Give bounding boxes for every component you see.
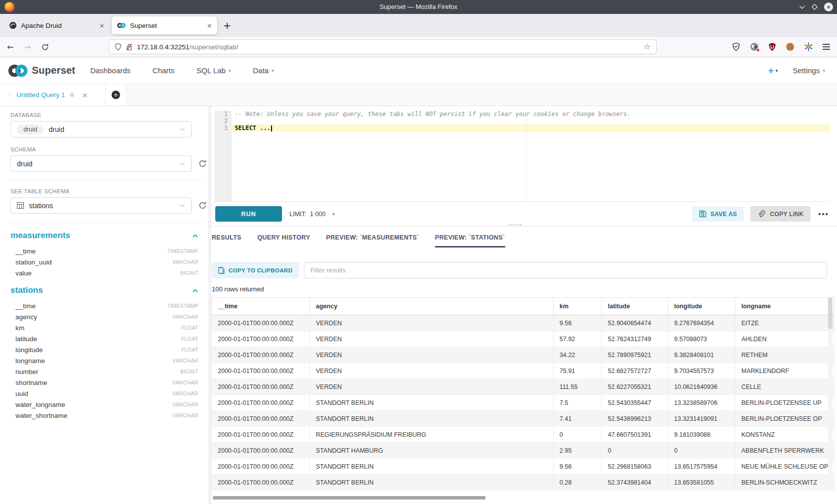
nav-item-data[interactable]: Data▾: [253, 66, 274, 75]
table-cell: 2000-01-01T00:00:00.000Z: [212, 427, 310, 443]
column-row: shortnameVARCHAR: [10, 377, 198, 388]
shield-permissions-icon[interactable]: [115, 43, 122, 51]
column-header-agency[interactable]: agency: [310, 298, 554, 315]
druid-favicon: [9, 21, 17, 29]
extension-shield-icon[interactable]: [732, 42, 740, 51]
schema-select[interactable]: druid: [10, 155, 192, 172]
editor-pane: 1 -- Note: Unless you save your query, t…: [211, 106, 837, 504]
table-row: 2000-01-01T00:00:00.000ZSTANDORT HAMBURG…: [212, 443, 835, 459]
add-new-button[interactable]: +▾: [768, 65, 778, 76]
vertical-scrollbar[interactable]: [828, 297, 833, 490]
column-type: FLOAT: [181, 336, 198, 342]
query-tab-untitled[interactable]: ⋮ Untitled Query 1 ×: [0, 84, 106, 106]
column-type: VARCHAR: [172, 314, 198, 320]
schema-table-measurements[interactable]: measurements: [10, 230, 198, 242]
table-cell: BERLIN-PLOETZENSEE OP: [735, 411, 835, 427]
table-cell: NEUE MÜHLE SCHLEUSE OP: [735, 459, 835, 475]
table-cell: ABBENFLETH SPERRWERK: [735, 443, 835, 459]
unsaved-indicator-dot: [70, 93, 74, 97]
url-bar[interactable]: 172.18.0.4:32251/superset/sqllab/ ☆: [109, 39, 657, 54]
schema-table-stations[interactable]: stations: [10, 284, 198, 296]
window-titlebar: Superset — Mozilla Firefox ×: [0, 0, 837, 14]
results-tab-2[interactable]: PREVIEW: `MEASUREMENTS`: [326, 234, 419, 248]
run-button[interactable]: RUN: [215, 206, 282, 222]
browser-tab-superset[interactable]: Superset ×: [112, 16, 217, 34]
save-as-button[interactable]: SAVE AS: [692, 206, 744, 222]
nav-item-charts[interactable]: Charts: [152, 66, 174, 75]
window-maximize-icon[interactable]: [812, 4, 818, 10]
column-row: longitudeFLOAT: [10, 344, 198, 355]
results-tab-0[interactable]: RESULTS: [212, 234, 242, 248]
limit-control[interactable]: LIMIT: 1 000 ▾: [289, 211, 335, 218]
extension-badge: [756, 48, 760, 52]
filter-results-input[interactable]: [304, 262, 827, 278]
line-number: 3: [215, 125, 232, 131]
table-row: 2000-01-01T00:00:00.000ZSTANDORT BERLIN0…: [212, 475, 835, 491]
add-query-tab-button[interactable]: +: [106, 84, 127, 106]
caret-down-icon: ▾: [823, 68, 825, 73]
extension-containers-icon[interactable]: [750, 42, 759, 51]
chevron-up-icon[interactable]: [192, 288, 198, 293]
table-cell: 9.2767694354: [668, 315, 735, 331]
column-header-km[interactable]: km: [554, 298, 602, 315]
link-icon: [757, 210, 766, 218]
browser-tab-apache-druid[interactable]: Apache Druid ×: [4, 16, 110, 34]
column-header-latitude[interactable]: latitude: [602, 298, 668, 315]
table-cell: 2000-01-01T00:00:00.000Z: [212, 331, 310, 347]
tab-close-icon[interactable]: ×: [99, 22, 105, 29]
vertical-scrollbar-thumb[interactable]: [828, 297, 833, 329]
caret-down-icon: ▾: [229, 68, 231, 73]
drag-handle-icon[interactable]: ⋮: [6, 91, 12, 99]
new-tab-button[interactable]: +: [223, 20, 231, 31]
url-host: 172.18.0.4:32251: [137, 43, 189, 51]
bookmark-star-icon[interactable]: ☆: [644, 42, 650, 51]
lock-insecure-icon[interactable]: [126, 43, 133, 51]
extension-consent-icon[interactable]: [804, 42, 813, 51]
table-cell: AHLDEN: [735, 331, 835, 347]
database-select[interactable]: druid druid: [10, 121, 192, 137]
sql-editor[interactable]: 1 -- Note: Unless you save your query, t…: [215, 111, 829, 202]
resize-handle[interactable]: [508, 224, 522, 226]
window-minimize-icon[interactable]: [799, 5, 805, 9]
results-tab-3[interactable]: PREVIEW: `STATIONS`: [435, 234, 505, 248]
table-cell: 0: [554, 427, 602, 443]
refresh-tables-icon[interactable]: [198, 201, 207, 210]
results-table-head-row: __timeagencykmlatitudelongitudelongname: [212, 298, 835, 315]
table-cell: 2000-01-01T00:00:00.000Z: [212, 379, 310, 395]
extension-ublock-icon[interactable]: [768, 42, 776, 51]
extension-cookie-icon[interactable]: [786, 42, 795, 51]
nav-item-sql-lab[interactable]: SQL Lab▾: [196, 66, 231, 75]
forward-button[interactable]: →: [24, 42, 30, 52]
column-row: agencyVARCHAR: [10, 311, 198, 322]
table-cell: 0.28: [554, 475, 602, 491]
copy-to-clipboard-button[interactable]: COPY TO CLIPBOARD: [212, 262, 299, 278]
column-name: value: [15, 269, 31, 277]
column-row: __timeTIMESTAMP: [10, 300, 198, 311]
table-cell: 13.3238589706: [668, 395, 735, 411]
column-name: water_longname: [15, 401, 65, 408]
menu-hamburger-icon[interactable]: [823, 42, 830, 51]
column-header-longitude[interactable]: longitude: [668, 298, 735, 315]
horizontal-scrollbar-thumb[interactable]: [213, 496, 486, 500]
column-header-longname[interactable]: longname: [735, 298, 835, 315]
column-header-__time[interactable]: __time: [212, 298, 310, 315]
chevron-up-icon[interactable]: [192, 234, 198, 238]
results-tab-1[interactable]: QUERY HISTORY: [258, 234, 310, 248]
query-tab-close-icon[interactable]: ×: [82, 91, 88, 99]
results-table-body: 2000-01-01T00:00:00.000ZVERDEN9.5652.904…: [212, 315, 835, 491]
browser-tab-label: Superset: [130, 22, 157, 29]
nav-item-label: SQL Lab: [196, 66, 226, 75]
more-options-button[interactable]: •••: [818, 210, 829, 218]
table-select[interactable]: stations: [10, 197, 192, 214]
superset-brand[interactable]: Superset: [7, 63, 75, 78]
nav-item-dashboards[interactable]: Dashboards: [90, 66, 131, 75]
copy-link-button[interactable]: COPY LINK: [750, 206, 811, 222]
settings-menu[interactable]: Settings▾: [793, 66, 825, 75]
sqllab-sidebar: DATABASE druid druid SCHEMA druid SEE TA…: [0, 106, 211, 504]
column-type: VARCHAR: [172, 259, 198, 265]
reload-button[interactable]: [41, 43, 49, 51]
refresh-schema-icon[interactable]: [198, 159, 207, 168]
back-button[interactable]: ←: [7, 42, 13, 52]
tab-close-icon[interactable]: ×: [207, 22, 212, 29]
window-close-icon[interactable]: ×: [824, 2, 833, 11]
